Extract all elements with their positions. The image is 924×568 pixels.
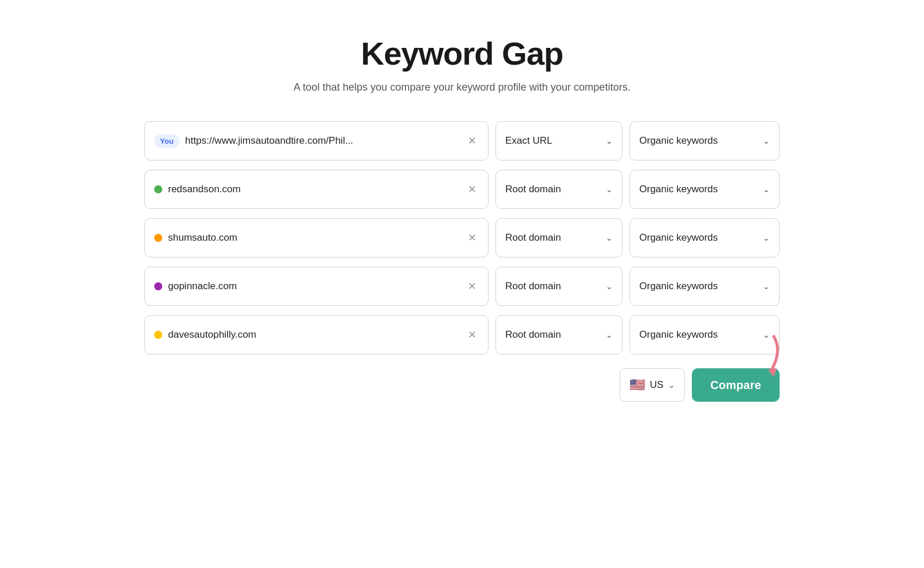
chevron-down-icon: ⌄ [763, 185, 770, 194]
row-1: redsandson.com ✕ Root domain ⌄ Organic k… [144, 170, 780, 209]
chevron-down-icon: ⌄ [763, 282, 770, 291]
domain-type-dropdown-2[interactable]: Root domain ⌄ [495, 218, 623, 257]
domain-type-label-you: Exact URL [505, 135, 552, 147]
url-text-4: davesautophilly.com [168, 329, 460, 341]
keywords-type-label-3: Organic keywords [639, 281, 718, 292]
row-you: You https://www.jimsautoandtire.com/Phil… [144, 121, 780, 160]
url-field-4: davesautophilly.com ✕ [144, 315, 489, 354]
url-field-2: shumsauto.com ✕ [144, 218, 489, 257]
url-field-3: gopinnacle.com ✕ [144, 267, 489, 306]
competitor-dot-1 [154, 185, 162, 193]
chevron-down-icon: ⌄ [763, 330, 770, 339]
chevron-down-icon: ⌄ [668, 380, 675, 390]
domain-type-label-2: Root domain [505, 232, 561, 244]
url-field-1: redsandson.com ✕ [144, 170, 489, 209]
keywords-type-label-2: Organic keywords [639, 232, 718, 244]
competitor-dot-2 [154, 234, 162, 242]
chevron-down-icon: ⌄ [606, 282, 613, 291]
domain-type-label-1: Root domain [505, 184, 561, 195]
keywords-type-label-you: Organic keywords [639, 135, 718, 147]
url-text-you: https://www.jimsautoandtire.com/Phil... [185, 135, 460, 147]
keywords-type-dropdown-1[interactable]: Organic keywords ⌄ [629, 170, 780, 209]
clear-button-3[interactable]: ✕ [465, 278, 479, 295]
keywords-type-dropdown-you[interactable]: Organic keywords ⌄ [629, 121, 780, 160]
domain-type-dropdown-1[interactable]: Root domain ⌄ [495, 170, 623, 209]
keywords-type-dropdown-2[interactable]: Organic keywords ⌄ [629, 218, 780, 257]
row-2: shumsauto.com ✕ Root domain ⌄ Organic ke… [144, 218, 780, 257]
country-code: US [650, 379, 664, 391]
competitor-dot-3 [154, 282, 162, 290]
chevron-down-icon: ⌄ [606, 330, 613, 339]
bottom-row: 🇺🇸 US ⌄ Compare [144, 368, 780, 402]
flag-icon: 🇺🇸 [629, 378, 645, 393]
country-dropdown[interactable]: 🇺🇸 US ⌄ [620, 368, 685, 402]
you-badge: You [154, 134, 180, 148]
keywords-type-dropdown-4[interactable]: Organic keywords ⌄ [629, 315, 780, 354]
domain-type-dropdown-you[interactable]: Exact URL ⌄ [495, 121, 623, 160]
keywords-type-dropdown-3[interactable]: Organic keywords ⌄ [629, 267, 780, 306]
compare-button[interactable]: Compare [692, 368, 780, 402]
url-field-you: You https://www.jimsautoandtire.com/Phil… [144, 121, 489, 160]
domain-type-dropdown-3[interactable]: Root domain ⌄ [495, 267, 623, 306]
clear-button-you[interactable]: ✕ [465, 132, 479, 150]
competitor-dot-4 [154, 331, 162, 339]
form-container: You https://www.jimsautoandtire.com/Phil… [144, 121, 780, 402]
url-text-3: gopinnacle.com [168, 281, 460, 292]
url-text-1: redsandson.com [168, 184, 460, 195]
domain-type-label-3: Root domain [505, 281, 561, 292]
clear-button-2[interactable]: ✕ [465, 229, 479, 246]
page-container: Keyword Gap A tool that helps you compar… [144, 35, 780, 402]
row-3: gopinnacle.com ✕ Root domain ⌄ Organic k… [144, 267, 780, 306]
clear-button-1[interactable]: ✕ [465, 181, 479, 198]
domain-type-label-4: Root domain [505, 329, 561, 341]
keywords-type-label-4: Organic keywords [639, 329, 718, 341]
url-text-2: shumsauto.com [168, 232, 460, 244]
chevron-down-icon: ⌄ [606, 136, 613, 145]
chevron-down-icon: ⌄ [606, 185, 613, 194]
chevron-down-icon: ⌄ [606, 233, 613, 242]
row-4: davesautophilly.com ✕ Root domain ⌄ Orga… [144, 315, 780, 354]
chevron-down-icon: ⌄ [763, 233, 770, 242]
page-title: Keyword Gap [361, 35, 563, 72]
page-subtitle: A tool that helps you compare your keywo… [293, 81, 630, 94]
keywords-type-label-1: Organic keywords [639, 184, 718, 195]
chevron-down-icon: ⌄ [763, 136, 770, 145]
domain-type-dropdown-4[interactable]: Root domain ⌄ [495, 315, 623, 354]
clear-button-4[interactable]: ✕ [465, 326, 479, 343]
